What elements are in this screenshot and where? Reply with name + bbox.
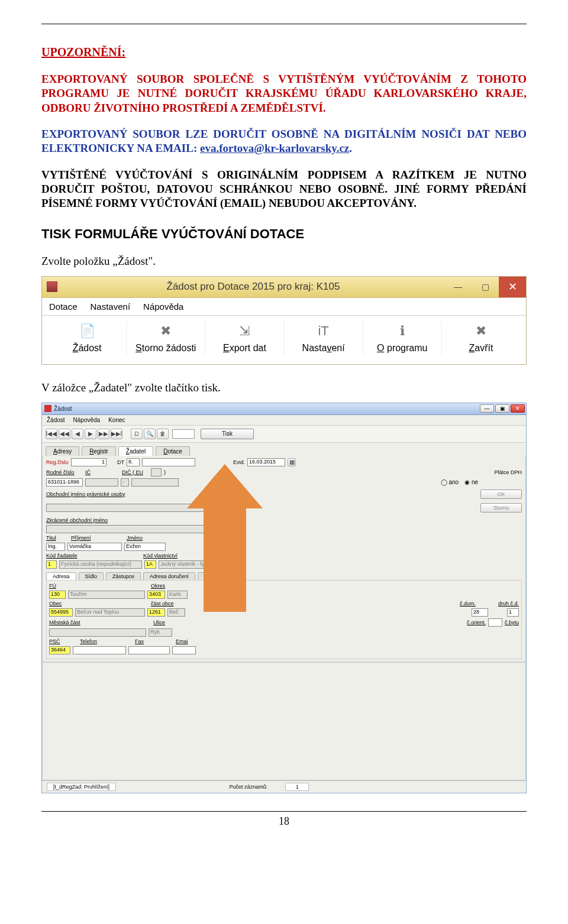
nav-tool2-button[interactable]: 🔍 — [144, 429, 156, 439]
subtab-zastupce[interactable]: Zástupce — [106, 572, 141, 580]
obec-label: Obec — [49, 601, 63, 607]
nav-tool1-button[interactable]: 🗋 — [131, 429, 143, 439]
jmeno-field[interactable]: Evžen — [124, 543, 166, 551]
instruction-1: Zvolte položku „Žádost". — [41, 255, 527, 268]
toolbar-zadost-label: Žádost — [73, 343, 102, 354]
obec-code-field[interactable]: 554995 — [49, 608, 73, 617]
toolbar-storno-button[interactable]: ✖ Storno žádosti — [127, 320, 205, 356]
toolbar-export-label: Export dat — [223, 343, 266, 354]
menu-konec[interactable]: Konec — [108, 417, 125, 423]
nav-last-button[interactable]: ▶▶I — [111, 429, 122, 439]
rodcislo-label: Rodné číslo — [46, 469, 77, 475]
toolbar-export-button[interactable]: ⇲ Export dat — [205, 320, 284, 356]
top-rule — [41, 24, 527, 24]
cdom-label: č.dom. — [460, 601, 476, 607]
maximize-button[interactable]: ▢ — [472, 277, 499, 297]
corient-label: č.orient. — [467, 620, 486, 625]
mestska-field[interactable] — [49, 628, 146, 637]
nav-prevfast-button[interactable]: ◀◀ — [59, 429, 70, 439]
ic-label: IČ — [85, 469, 109, 475]
heading-tisk-formulare: TISK FORMULÁŘE VYÚČTOVÁNÍ DOTACE — [41, 226, 527, 242]
close-button[interactable]: ✕ — [511, 404, 525, 413]
druhcd-field[interactable]: 1 — [507, 608, 519, 617]
tab-registr[interactable]: Registr — [82, 446, 116, 456]
page-number: 18 — [41, 815, 527, 828]
okres-label: Okres — [151, 583, 165, 589]
ok-button[interactable]: OK — [480, 489, 522, 499]
nav-next-button[interactable]: ▶ — [85, 429, 96, 439]
toolbar: 📄 Žádost ✖ Storno žádosti ⇲ Export dat i… — [42, 316, 526, 364]
jmeno-label: Jméno — [127, 535, 162, 541]
sub-tabs: Adresa Sídlo Zástupce Adresa doručení Ba… — [46, 572, 522, 580]
dic-prefix-field[interactable]: - — [121, 478, 129, 487]
warning-title: UPOZORNĚNÍ: — [41, 46, 527, 59]
titul-field[interactable]: Ing. — [46, 543, 65, 551]
telefon-field[interactable] — [73, 646, 126, 654]
radio-ne[interactable]: ◉ ne — [464, 479, 478, 485]
form-panel: Reg.číslo 1 DT 8. Evid. 16.03.2015 ▦ Rod… — [42, 456, 526, 662]
warning-para-3: VYTIŠTĚNÉ VYÚČTOVÁNÍ S ORIGINÁLNÍM PODPI… — [41, 168, 527, 211]
toolbar-zavrit-button[interactable]: ✖ Zavřít — [442, 320, 520, 356]
tab-zadatel[interactable]: Žadatel — [118, 446, 153, 456]
rodcislo-field[interactable]: 631011-1896 — [46, 478, 83, 487]
toolbar-nastaveni-button[interactable]: iT Nastavení — [285, 320, 363, 356]
menu-napoveda[interactable]: Nápověda — [73, 417, 101, 423]
kodz-text-field: Fyzická osoba (nepodnikající) — [59, 560, 142, 569]
cdom-field[interactable]: 28 — [472, 608, 488, 617]
psc-field[interactable]: 36464 — [49, 646, 70, 654]
email-label: Emai — [176, 638, 188, 644]
radio-ano[interactable]: ◯ ano — [441, 479, 459, 485]
regcislo-field[interactable]: 1 — [71, 458, 106, 466]
storno-button[interactable]: Storno — [480, 503, 522, 513]
menubar: Žádost Nápověda Konec — [42, 415, 526, 425]
menu-zadost[interactable]: Žádost — [47, 417, 65, 423]
subtab-adresa[interactable]: Adresa — [46, 572, 76, 580]
email-field[interactable] — [172, 646, 196, 654]
close-button[interactable]: ✕ — [499, 277, 526, 297]
maximize-button[interactable]: ▣ — [495, 404, 509, 413]
dt-field[interactable]: 8. — [127, 458, 140, 466]
form-lower-empty-area — [42, 662, 526, 780]
kodv-code-field[interactable]: 1A — [144, 560, 156, 569]
ic-field[interactable] — [85, 478, 118, 487]
email-link[interactable]: eva.fortova@kr-karlovarsky.cz — [200, 142, 349, 154]
tab-dotace[interactable]: Dotace — [156, 446, 190, 456]
ulice-label: Ulice — [153, 620, 165, 625]
dt-label: DT — [117, 459, 124, 465]
search-box[interactable] — [172, 429, 195, 439]
nav-toolbar: I◀◀ ◀◀ ◀ ▶ ▶▶ ▶▶I 🗋 🔍 🗑 Tisk — [42, 425, 526, 443]
titlebar: Žádost pro Dotace 2015 pro kraj: K105 — … — [42, 277, 526, 298]
corient-field[interactable] — [488, 618, 502, 627]
instruction-2: V záložce „Žadatel" zvolte tlačítko tisk… — [41, 381, 527, 394]
dic-field[interactable] — [131, 478, 179, 487]
nav-first-button[interactable]: I◀◀ — [46, 429, 57, 439]
nav-nextfast-button[interactable]: ▶▶ — [98, 429, 109, 439]
tisk-button[interactable]: Tisk — [201, 429, 254, 439]
minimize-button[interactable]: — — [480, 404, 494, 413]
castobce-label: část obce — [151, 601, 174, 607]
toolbar-oprogramu-button[interactable]: ℹ O programu — [363, 320, 442, 356]
okres-code-field[interactable]: 3403 — [147, 591, 165, 599]
nav-tool3-button[interactable]: 🗑 — [157, 429, 169, 439]
fax-field[interactable] — [128, 646, 170, 654]
dic-eu-field[interactable] — [151, 468, 162, 476]
fu-code-field[interactable]: 130 — [49, 591, 66, 599]
fu-label: FÚ — [49, 583, 63, 589]
menu-napoveda[interactable]: Nápověda — [143, 301, 183, 312]
cbytu-label: č.bytu — [505, 620, 519, 625]
evid-picker-button[interactable]: ▦ — [288, 458, 296, 466]
menu-nastaveni[interactable]: Nastavení — [91, 301, 131, 312]
prijmeni-field[interactable]: Vomáčka — [67, 543, 122, 551]
tab-adresy[interactable]: Adresy — [46, 446, 79, 456]
nav-prev-button[interactable]: ◀ — [72, 429, 83, 439]
kodz-code-field[interactable]: 1 — [46, 560, 57, 569]
menu-dotace[interactable]: Dotace — [49, 301, 78, 312]
close-icon: ✖ — [473, 323, 489, 339]
toolbar-zadost-button[interactable]: 📄 Žádost — [48, 320, 127, 356]
minimize-button[interactable]: — — [444, 277, 472, 297]
castobce-code-field[interactable]: 1261 — [147, 608, 165, 617]
toolbar-storno-label: Storno žádosti — [135, 343, 196, 354]
window-title: Žádost pro Dotace 2015 pro kraj: K105 — [62, 281, 444, 293]
subtab-sidlo[interactable]: Sídlo — [79, 572, 104, 580]
main-tabs: Adresy Registr Žadatel Dotace — [42, 443, 526, 456]
